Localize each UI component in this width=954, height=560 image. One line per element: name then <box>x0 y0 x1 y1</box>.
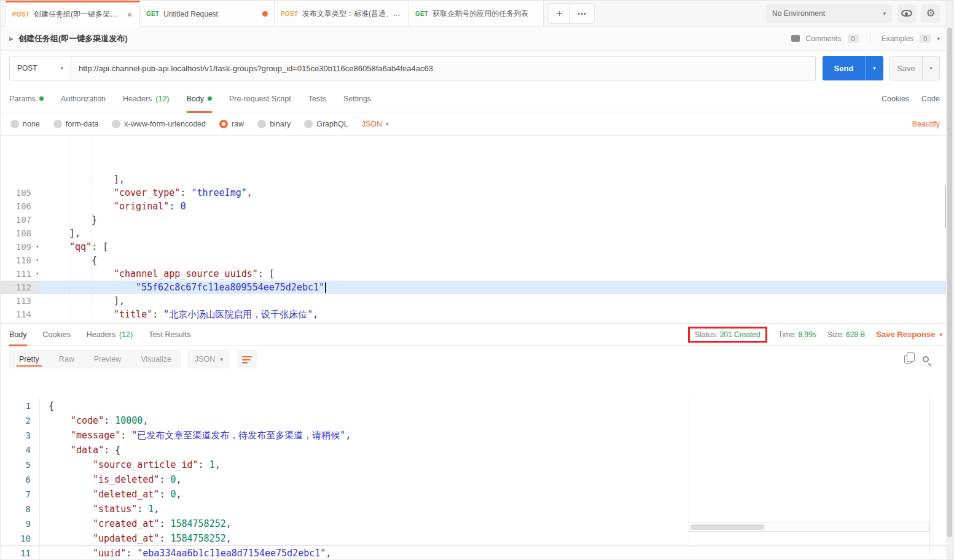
send-options-button[interactable]: ▾ <box>865 56 883 80</box>
url-bar: POST ▾ http://api.channel-pub-api.localh… <box>1 51 953 85</box>
wrap-lines-button[interactable] <box>237 350 257 368</box>
radio-icon <box>10 120 19 128</box>
method-dropdown[interactable]: POST ▾ <box>9 56 71 80</box>
view-raw[interactable]: Raw <box>49 350 84 368</box>
line-number: 108 <box>1 227 39 240</box>
method-badge: GET <box>146 10 159 17</box>
environment-selector[interactable]: No Environment ▾ <box>766 4 892 23</box>
fold-caret-icon[interactable]: ▾ <box>36 240 39 254</box>
time-badge: Time: 8.99s <box>778 330 816 339</box>
scrollbar-thumb[interactable] <box>947 28 952 537</box>
line-number: 6 <box>1 472 40 487</box>
code-text: ], <box>39 294 953 308</box>
status-value: 201 Created <box>720 330 760 339</box>
tab-headers[interactable]: Headers (12) <box>123 85 169 112</box>
save-response-button[interactable]: Save Response ▾ <box>876 330 942 339</box>
comments-link[interactable]: Comments <box>806 34 842 43</box>
examples-link[interactable]: Examples <box>882 34 914 43</box>
tab-tests[interactable]: Tests <box>308 85 326 112</box>
response-format-value: JSON <box>195 355 215 364</box>
line-number: 3 <box>1 428 40 443</box>
tab-actions: + ••• <box>549 3 595 24</box>
url-input[interactable]: http://api.channel-pub-api.localhost/v1/… <box>71 56 816 80</box>
beautify-link[interactable]: Beautify <box>912 120 940 128</box>
save-button[interactable]: Save <box>889 56 923 80</box>
search-icon[interactable] <box>923 356 929 362</box>
fold-caret-icon[interactable]: ▾ <box>36 254 39 267</box>
tab-authorization[interactable]: Authorization <box>61 85 106 112</box>
body-type-raw[interactable]: raw <box>219 120 244 128</box>
code-text: { <box>40 399 953 413</box>
response-tab-headers[interactable]: Headers (12) <box>87 324 133 346</box>
line-number: 2 <box>1 413 40 428</box>
view-pretty[interactable]: Pretty <box>9 350 49 368</box>
send-button[interactable]: Send <box>823 56 865 80</box>
status-badge: Status: 201 Created <box>688 327 767 343</box>
code-text: "title": "北京小汤山医院启用，设千张床位", <box>39 308 953 321</box>
size-label: Size: <box>827 330 844 339</box>
new-tab-button[interactable]: + <box>549 4 569 23</box>
environment-settings-button[interactable]: ⚙ <box>921 4 940 23</box>
window-scrollbar[interactable] <box>946 1 953 560</box>
code-text: "channel_app_source_uuids": [ <box>39 267 953 281</box>
response-tab-cookies[interactable]: Cookies <box>43 324 71 346</box>
more-tabs-button[interactable]: ••• <box>569 4 594 23</box>
environment-quick-look-button[interactable] <box>897 4 916 23</box>
code-text: "55f62c8c67fc11ea809554ee75d2ebc1" <box>39 281 953 294</box>
tab-label: Tests <box>308 95 326 103</box>
fold-caret-icon[interactable]: ▾ <box>36 267 39 281</box>
radio-icon <box>304 120 313 128</box>
code-text: ], <box>39 227 953 240</box>
size-value: 628 B <box>846 330 865 339</box>
tab-label: Test Results <box>149 330 190 339</box>
raw-format-dropdown[interactable]: JSON ▾ <box>362 120 389 128</box>
body-type-binary[interactable]: binary <box>257 120 291 128</box>
line-number: 1 <box>1 399 40 413</box>
request-body-editor[interactable]: ],105"cover_type": "threeImg",106"origin… <box>1 136 953 324</box>
line-number: 105 <box>1 186 39 200</box>
tab-untitled-request[interactable]: GET Untitled Request <box>140 1 275 26</box>
request-tab-bar: POST 创建任务组(即一键多渠道发布) × GET Untitled Requ… <box>1 1 953 26</box>
radio-icon <box>112 120 120 128</box>
status-label: Status: <box>695 330 717 339</box>
code-text: "is_deleted": 0, <box>40 472 953 487</box>
cookies-link[interactable]: Cookies <box>882 95 909 103</box>
expand-arrow-icon[interactable]: ▶ <box>9 36 14 42</box>
response-tab-test-results[interactable]: Test Results <box>149 324 190 346</box>
chevron-down-icon: ▾ <box>60 65 63 71</box>
code-text: "deleted_at": 0, <box>40 487 953 502</box>
tab-label: Untitled Request <box>163 10 258 18</box>
body-type-none[interactable]: none <box>10 120 40 128</box>
code-line: 6"is_deleted": 0, <box>1 472 953 487</box>
code-line: 8"status": 1, <box>1 502 953 516</box>
view-visualize[interactable]: Visualize <box>131 350 181 368</box>
tab-label: Headers <box>123 95 152 103</box>
tab-pre-request-script[interactable]: Pre-request Script <box>229 85 291 112</box>
code-link[interactable]: Code <box>921 95 940 103</box>
tab-create-task-group[interactable]: POST 创建任务组(即一键多渠道发布) × <box>6 1 140 26</box>
response-scrollbar-track <box>929 396 930 556</box>
view-preview[interactable]: Preview <box>84 350 131 368</box>
response-format-dropdown[interactable]: JSON ▾ <box>187 350 230 368</box>
body-type-graphql[interactable]: GraphQL <box>304 120 348 128</box>
response-tab-body[interactable]: Body <box>9 324 27 346</box>
tab-body[interactable]: Body <box>187 85 213 112</box>
copy-icon[interactable] <box>904 355 912 364</box>
tab-get-task-list[interactable]: GET 获取企鹅号的应用的任务列表 <box>409 1 544 26</box>
request-tab-links: Cookies Code <box>882 95 940 103</box>
save-options-button[interactable]: ▾ <box>923 56 940 80</box>
code-text: "qq": [ <box>39 240 953 254</box>
close-tab-icon[interactable]: × <box>126 10 133 20</box>
has-content-dot-icon <box>208 96 212 101</box>
tab-publish-article-type[interactable]: POST 发布文章类型：标准(普通、图... <box>275 1 409 26</box>
tab-label: Headers <box>87 330 115 339</box>
tab-params[interactable]: Params <box>9 85 44 112</box>
tab-settings[interactable]: Settings <box>343 85 371 112</box>
response-horizontal-scrollbar[interactable] <box>689 523 929 532</box>
chevron-down-icon[interactable]: ▾ <box>937 36 940 42</box>
tab-label: Body <box>9 330 27 339</box>
scrollbar-thumb[interactable] <box>690 524 764 530</box>
body-type-urlencoded[interactable]: x-www-form-urlencoded <box>112 120 206 128</box>
response-body-viewer[interactable]: 1{2"code": 10000,3"message": "已发布文章至渠道发布… <box>1 373 953 560</box>
body-type-form-data[interactable]: form-data <box>53 120 99 128</box>
